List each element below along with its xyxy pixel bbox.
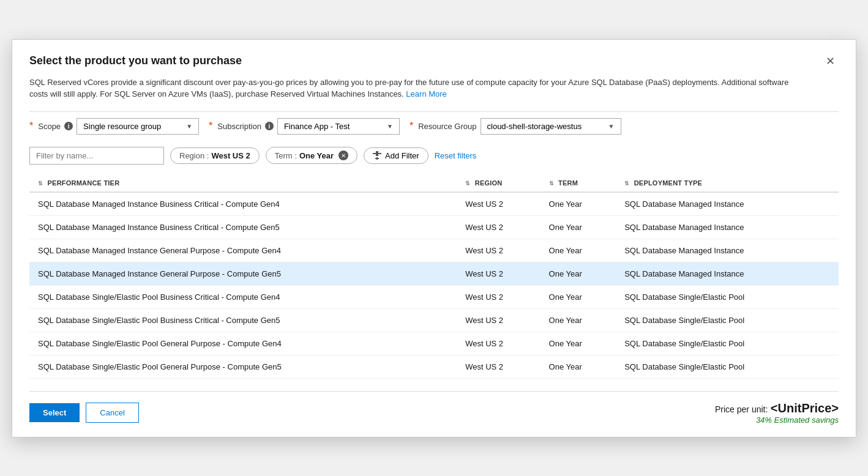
region-filter-chip[interactable]: Region : West US 2	[170, 147, 260, 164]
subscription-value: Finance App - Test	[284, 122, 350, 131]
term-filter-chip[interactable]: Term : One Year ✕	[266, 147, 357, 164]
table-row[interactable]: SQL Database Single/Elastic Pool Busines…	[29, 308, 839, 332]
resource-group-dropdown[interactable]: cloud-shell-storage-westus ▼	[481, 118, 621, 135]
resource-group-required-star: *	[410, 121, 413, 132]
cell-region-1: West US 2	[459, 215, 542, 239]
cell-performance_tier-4: SQL Database Single/Elastic Pool Busines…	[29, 285, 459, 308]
table-row[interactable]: SQL Database Managed Instance Business C…	[29, 192, 839, 216]
region-chip-label: Region :	[179, 151, 209, 160]
footer-actions: Select Cancel	[29, 403, 139, 423]
cell-region-2: West US 2	[459, 239, 542, 262]
form-row: * Scope i Single resource group ▼ * Subs…	[29, 118, 839, 135]
scope-dropdown[interactable]: Single resource group ▼	[77, 118, 199, 135]
add-filter-button[interactable]: Add Filter	[364, 147, 428, 164]
cell-performance_tier-5: SQL Database Single/Elastic Pool Busines…	[29, 308, 459, 332]
sort-icon-performance-tier[interactable]: ⇅	[38, 180, 43, 187]
table-header: ⇅ PERFORMANCE TIER ⇅ REGION ⇅ TERM ⇅ DEP…	[29, 174, 839, 192]
resource-group-chevron-icon: ▼	[608, 123, 615, 130]
cell-performance_tier-7: SQL Database Single/Elastic Pool General…	[29, 355, 459, 378]
reset-filters-button[interactable]: Reset filters	[435, 151, 477, 160]
table-row[interactable]: SQL Database Single/Elastic Pool General…	[29, 355, 839, 378]
table-row[interactable]: SQL Database Managed Instance General Pu…	[29, 239, 839, 262]
resource-group-label: Resource Group	[418, 122, 476, 131]
price-label: Price per unit:	[715, 404, 768, 414]
close-button[interactable]: ✕	[822, 54, 839, 68]
add-filter-icon	[373, 151, 381, 160]
cell-deployment_type-6: SQL Database Single/Elastic Pool	[618, 332, 839, 355]
col-header-term: ⇅ TERM	[543, 174, 619, 192]
resource-group-field: * Resource Group cloud-shell-storage-wes…	[410, 118, 621, 135]
price-per-unit: Price per unit: <UnitPrice>	[715, 401, 839, 415]
cell-deployment_type-1: SQL Database Managed Instance	[618, 215, 839, 239]
cell-performance_tier-6: SQL Database Single/Elastic Pool General…	[29, 332, 459, 355]
cell-region-6: West US 2	[459, 332, 542, 355]
cell-region-3: West US 2	[459, 262, 542, 285]
modal-title: Select the product you want to purchase	[29, 54, 242, 67]
cell-performance_tier-3: SQL Database Managed Instance General Pu…	[29, 262, 459, 285]
filter-row: Region : West US 2 Term : One Year ✕ Add…	[29, 147, 839, 165]
svg-rect-2	[375, 158, 379, 159]
price-section: Price per unit: <UnitPrice> 34% Estimate…	[715, 401, 839, 425]
scope-value: Single resource group	[83, 122, 161, 131]
cell-deployment_type-2: SQL Database Managed Instance	[618, 239, 839, 262]
cancel-button[interactable]: Cancel	[86, 403, 138, 423]
sort-icon-region[interactable]: ⇅	[465, 180, 470, 187]
learn-more-link[interactable]: Learn More	[406, 89, 446, 99]
cell-region-0: West US 2	[459, 192, 542, 216]
table-row[interactable]: SQL Database Managed Instance General Pu…	[29, 262, 839, 285]
cell-term-3: One Year	[543, 262, 619, 285]
cell-deployment_type-4: SQL Database Single/Elastic Pool	[618, 285, 839, 308]
cell-term-1: One Year	[543, 215, 619, 239]
term-chip-value: One Year	[299, 151, 334, 160]
table-row[interactable]: SQL Database Single/Elastic Pool General…	[29, 332, 839, 355]
select-button[interactable]: Select	[29, 403, 80, 422]
region-chip-value: West US 2	[211, 151, 250, 160]
term-chip-label: Term :	[275, 151, 297, 160]
subscription-required-star: *	[209, 121, 212, 132]
divider	[29, 111, 839, 112]
cell-region-4: West US 2	[459, 285, 542, 308]
col-label-term: TERM	[558, 179, 578, 187]
modal-dialog: Select the product you want to purchase …	[12, 39, 856, 437]
subscription-chevron-icon: ▼	[387, 123, 393, 130]
table-body: SQL Database Managed Instance Business C…	[29, 192, 839, 379]
term-chip-close-icon[interactable]: ✕	[339, 151, 348, 160]
subscription-dropdown[interactable]: Finance App - Test ▼	[277, 118, 400, 135]
sort-icon-deployment-type[interactable]: ⇅	[624, 180, 629, 187]
col-header-performance-tier: ⇅ PERFORMANCE TIER	[29, 174, 459, 192]
filter-by-name-input[interactable]	[29, 147, 164, 165]
cell-term-5: One Year	[543, 308, 619, 332]
modal-footer: Select Cancel Price per unit: <UnitPrice…	[29, 391, 839, 425]
cell-performance_tier-0: SQL Database Managed Instance Business C…	[29, 192, 459, 216]
col-label-performance-tier: PERFORMANCE TIER	[48, 179, 120, 187]
cell-deployment_type-0: SQL Database Managed Instance	[618, 192, 839, 216]
subscription-label: Subscription	[217, 122, 261, 131]
scope-chevron-icon: ▼	[186, 123, 192, 130]
cell-deployment_type-5: SQL Database Single/Elastic Pool	[618, 308, 839, 332]
subscription-field: * Subscription i Finance App - Test ▼	[209, 118, 400, 135]
modal-description: SQL Reserved vCores provide a significan…	[29, 76, 798, 100]
cell-term-7: One Year	[543, 355, 619, 378]
cell-region-7: West US 2	[459, 355, 542, 378]
price-value: <UnitPrice>	[771, 401, 839, 415]
scope-info-icon[interactable]: i	[64, 122, 73, 130]
sort-icon-term[interactable]: ⇅	[549, 180, 554, 187]
subscription-info-icon[interactable]: i	[265, 122, 274, 130]
col-header-deployment-type: ⇅ DEPLOYMENT TYPE	[618, 174, 839, 192]
scope-field: * Scope i Single resource group ▼	[29, 118, 199, 135]
cell-deployment_type-3: SQL Database Managed Instance	[618, 262, 839, 285]
svg-marker-0	[373, 151, 381, 156]
scope-label: Scope	[38, 122, 61, 131]
table-row[interactable]: SQL Database Managed Instance Business C…	[29, 215, 839, 239]
products-table: ⇅ PERFORMANCE TIER ⇅ REGION ⇅ TERM ⇅ DEP…	[29, 174, 839, 379]
col-header-region: ⇅ REGION	[459, 174, 542, 192]
table-row[interactable]: SQL Database Single/Elastic Pool Busines…	[29, 285, 839, 308]
cell-deployment_type-7: SQL Database Single/Elastic Pool	[618, 355, 839, 378]
cell-performance_tier-1: SQL Database Managed Instance Business C…	[29, 215, 459, 239]
cell-term-0: One Year	[543, 192, 619, 216]
cell-term-2: One Year	[543, 239, 619, 262]
cell-region-5: West US 2	[459, 308, 542, 332]
resource-group-value: cloud-shell-storage-westus	[487, 122, 582, 131]
cell-term-4: One Year	[543, 285, 619, 308]
col-label-region: REGION	[475, 179, 503, 187]
